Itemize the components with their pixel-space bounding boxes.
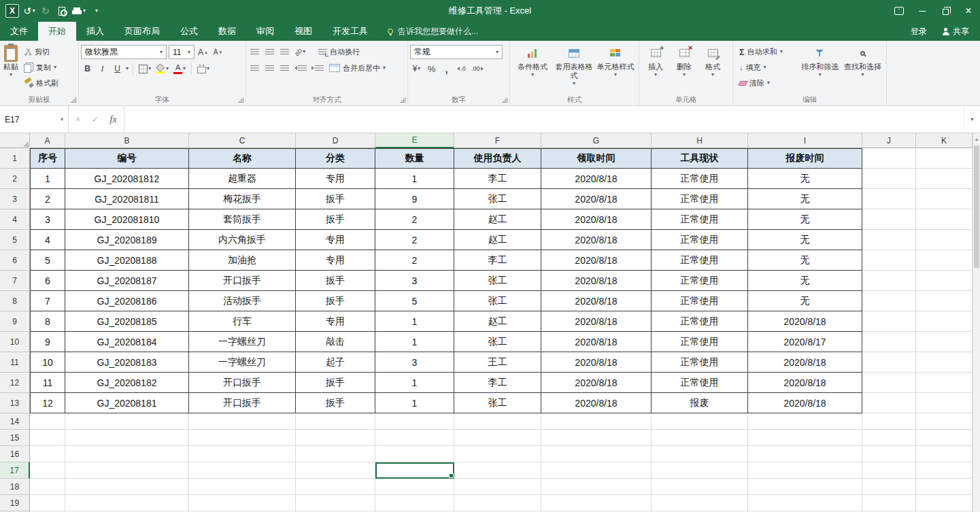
- cell-D3[interactable]: 扳手: [296, 189, 375, 209]
- cell-F7[interactable]: 张工: [454, 271, 541, 291]
- cell-H14[interactable]: [652, 413, 748, 430]
- cell-F11[interactable]: 王工: [454, 352, 541, 373]
- row-header-14[interactable]: 14: [0, 413, 30, 430]
- cell-J13[interactable]: [862, 393, 916, 413]
- cell-E16[interactable]: [375, 446, 454, 462]
- cell-F1[interactable]: 使用负责人: [454, 148, 541, 169]
- font-color-button[interactable]: A▾: [172, 62, 187, 75]
- cell-F12[interactable]: 李工: [454, 373, 541, 393]
- cell-B19[interactable]: [65, 495, 189, 511]
- cell-H12[interactable]: 正常使用: [652, 373, 748, 393]
- cell-D1[interactable]: 分类: [296, 148, 375, 169]
- cell-B7[interactable]: GJ_20208187: [65, 271, 189, 291]
- cell-H3[interactable]: 正常使用: [652, 189, 748, 209]
- cell-C6[interactable]: 加油抢: [189, 250, 296, 271]
- cell-J14[interactable]: [862, 413, 916, 430]
- increase-decimal-button[interactable]: .0: [455, 62, 468, 75]
- dialog-launcher-icon[interactable]: [238, 97, 243, 103]
- cell-A2[interactable]: 1: [30, 169, 65, 189]
- cell-C16[interactable]: [189, 446, 296, 462]
- cell-B3[interactable]: GJ_202081811: [65, 189, 189, 209]
- increase-font-size-button[interactable]: A▲: [197, 46, 209, 59]
- cell-F8[interactable]: 张工: [454, 291, 541, 311]
- cell-J17[interactable]: [862, 462, 916, 479]
- clear-button[interactable]: 清除▾: [737, 76, 798, 90]
- tell-me-box[interactable]: 告诉我您想要做什么...: [378, 22, 488, 41]
- cell-F17[interactable]: [454, 462, 541, 479]
- column-header-K[interactable]: K: [916, 133, 973, 148]
- cell-E8[interactable]: 5: [375, 291, 454, 311]
- cell-B4[interactable]: GJ_202081810: [65, 209, 189, 230]
- scrollbar-thumb[interactable]: [974, 146, 979, 268]
- cell-A14[interactable]: [30, 413, 65, 430]
- cell-C13[interactable]: 开口扳手: [189, 393, 296, 413]
- cell-I13[interactable]: 2020/8/18: [748, 393, 862, 413]
- cell-H13[interactable]: 报废: [652, 393, 748, 413]
- cell-J9[interactable]: [862, 311, 916, 332]
- cell-E7[interactable]: 3: [375, 271, 454, 291]
- cell-E12[interactable]: 1: [375, 373, 454, 393]
- cell-G10[interactable]: 2020/8/18: [541, 332, 652, 352]
- cell-B2[interactable]: GJ_202081812: [65, 169, 189, 189]
- cell-B13[interactable]: GJ_20208181: [65, 393, 189, 413]
- font-size-combobox[interactable]: 11 ▾: [169, 45, 195, 59]
- cell-B10[interactable]: GJ_20208184: [65, 332, 189, 352]
- column-header-G[interactable]: G: [541, 133, 652, 148]
- cell-E10[interactable]: 1: [375, 332, 454, 352]
- cell-K14[interactable]: [916, 413, 973, 430]
- cell-E2[interactable]: 1: [375, 169, 454, 189]
- cell-I3[interactable]: 无: [748, 189, 862, 209]
- cell-C3[interactable]: 梅花扳手: [189, 189, 296, 209]
- cell-C18[interactable]: [189, 479, 296, 495]
- cell-G19[interactable]: [541, 495, 652, 511]
- row-header-17[interactable]: 17: [0, 462, 30, 479]
- tab-page-layout[interactable]: 页面布局: [114, 22, 170, 41]
- cell-J3[interactable]: [862, 189, 916, 209]
- cell-J16[interactable]: [862, 446, 916, 462]
- cell-E4[interactable]: 2: [375, 209, 454, 230]
- cell-G18[interactable]: [541, 479, 652, 495]
- cell-F13[interactable]: 张工: [454, 393, 541, 413]
- cell-H11[interactable]: 正常使用: [652, 352, 748, 373]
- sign-in-button[interactable]: 登录: [911, 26, 927, 37]
- cell-A16[interactable]: [30, 446, 65, 462]
- column-header-A[interactable]: A: [30, 133, 65, 148]
- cell-I11[interactable]: 2020/8/18: [748, 352, 862, 373]
- column-header-C[interactable]: C: [189, 133, 296, 148]
- align-center-button[interactable]: [263, 61, 276, 75]
- cell-C2[interactable]: 超重器: [189, 169, 296, 189]
- cell-I18[interactable]: [748, 479, 862, 495]
- copy-button[interactable]: 复制 ▾: [22, 61, 61, 74]
- cell-A4[interactable]: 3: [30, 209, 65, 230]
- dialog-launcher-icon[interactable]: [502, 97, 507, 103]
- cell-I5[interactable]: 无: [748, 230, 862, 250]
- cell-B15[interactable]: [65, 430, 189, 446]
- column-header-F[interactable]: F: [454, 133, 541, 148]
- row-header-9[interactable]: 9: [0, 311, 30, 332]
- cut-button[interactable]: 剪切: [22, 45, 61, 58]
- row-header-11[interactable]: 11: [0, 352, 30, 373]
- fill-button[interactable]: ↓填充▾: [737, 61, 798, 74]
- cell-B11[interactable]: GJ_20208183: [65, 352, 189, 373]
- bottom-align-button[interactable]: [278, 45, 291, 58]
- cell-I9[interactable]: 2020/8/18: [748, 311, 862, 332]
- cell-D12[interactable]: 扳手: [296, 373, 375, 393]
- tab-developer[interactable]: 开发工具: [322, 22, 378, 41]
- cell-A18[interactable]: [30, 479, 65, 495]
- cell-C7[interactable]: 开口扳手: [189, 271, 296, 291]
- cell-B1[interactable]: 编号: [65, 148, 189, 169]
- cell-G6[interactable]: 2020/8/18: [541, 250, 652, 271]
- cell-A9[interactable]: 8: [30, 311, 65, 332]
- cell-E15[interactable]: [375, 430, 454, 446]
- cell-I15[interactable]: [748, 430, 862, 446]
- cell-D14[interactable]: [296, 413, 375, 430]
- cell-C9[interactable]: 行车: [189, 311, 296, 332]
- phonetic-guide-button[interactable]: ▾: [196, 62, 211, 75]
- cell-D18[interactable]: [296, 479, 375, 495]
- cell-K16[interactable]: [916, 446, 973, 462]
- row-header-7[interactable]: 7: [0, 271, 30, 291]
- decrease-indent-button[interactable]: [293, 61, 308, 75]
- cell-K18[interactable]: [916, 479, 973, 495]
- middle-align-button[interactable]: [263, 45, 276, 58]
- column-header-J[interactable]: J: [862, 133, 916, 148]
